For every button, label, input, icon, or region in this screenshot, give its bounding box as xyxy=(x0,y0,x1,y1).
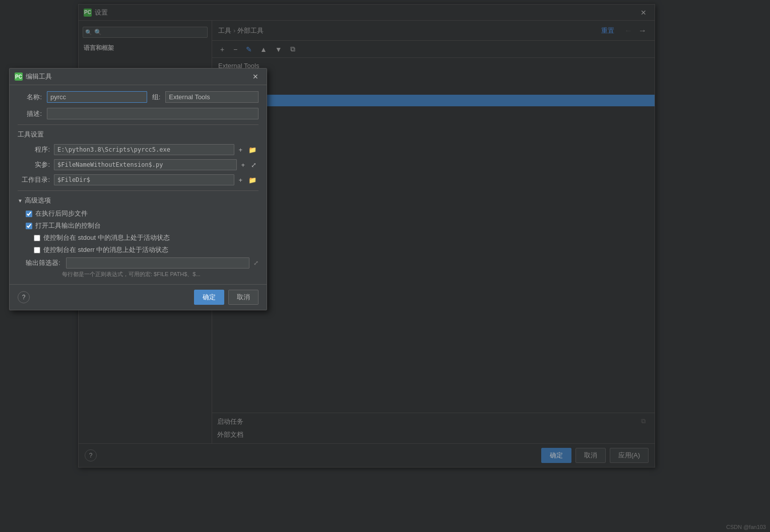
description-label: 描述: xyxy=(18,109,42,118)
program-browse-button[interactable]: 📁 xyxy=(246,145,259,155)
tool-settings-title: 工具设置 xyxy=(18,130,259,139)
dialog-close-button[interactable]: ✕ xyxy=(249,72,262,82)
workdir-input-group: + 📁 xyxy=(54,174,259,185)
description-input[interactable] xyxy=(47,108,259,119)
edit-tool-dialog: PC 编辑工具 ✕ 名称: 组: External Tools 描述: 工具设置 xyxy=(9,68,267,310)
output-filter-label: 输出筛选器: xyxy=(26,258,62,268)
group-select[interactable]: External Tools xyxy=(165,91,259,103)
workdir-row: 工作目录: + 📁 xyxy=(18,174,259,185)
checkbox-console-row: 打开工具输出的控制台 xyxy=(26,221,259,230)
workdir-input[interactable] xyxy=(54,174,234,185)
sub-checkbox-stderr-row: 使控制台在 stderr 中的消息上处于活动状态 xyxy=(34,245,259,254)
sub-checkbox-stdout-row: 使控制台在 stdout 中的消息上处于活动状态 xyxy=(34,233,259,242)
args-expand-button[interactable]: ⤢ xyxy=(249,160,259,170)
dialog-cancel-button[interactable]: 取消 xyxy=(228,290,259,305)
sync-checkbox-label: 在执行后同步文件 xyxy=(35,209,88,218)
divider-1 xyxy=(18,124,259,125)
stdout-checkbox-label: 使控制台在 stdout 中的消息上处于活动状态 xyxy=(43,233,170,242)
advanced-section: ▼ 高级选项 在执行后同步文件 打开工具输出的控制台 使控制台在 stdout … xyxy=(18,196,259,278)
name-label: 名称: xyxy=(18,93,42,102)
dialog-help-button[interactable]: ? xyxy=(18,291,30,303)
workdir-label: 工作目录: xyxy=(18,175,50,184)
dialog-title-text: 编辑工具 xyxy=(26,72,52,81)
name-group-row: 名称: 组: External Tools xyxy=(18,91,259,103)
console-checkbox[interactable] xyxy=(26,223,32,229)
args-row: 实参: + ⤢ xyxy=(18,159,259,170)
advanced-triangle-icon: ▼ xyxy=(18,198,23,204)
advanced-header[interactable]: ▼ 高级选项 xyxy=(18,196,259,205)
output-filter-row: 输出筛选器: ⤢ xyxy=(26,257,259,269)
workdir-add-macro-button[interactable]: + xyxy=(236,175,244,185)
program-input[interactable] xyxy=(54,144,234,155)
stdout-checkbox[interactable] xyxy=(34,235,40,241)
program-row: 程序: + 📁 xyxy=(18,144,259,155)
program-add-macro-button[interactable]: + xyxy=(236,145,244,155)
hint-text: 每行都是一个正则表达式，可用的宏: $FILE PATH$、$... xyxy=(62,271,259,278)
dialog-body: 名称: 组: External Tools 描述: 工具设置 程序: + 📁 xyxy=(10,85,267,284)
args-input-group: + ⤢ xyxy=(54,159,259,170)
args-input[interactable] xyxy=(54,159,237,170)
workdir-browse-button[interactable]: 📁 xyxy=(246,175,259,185)
stderr-checkbox-label: 使控制台在 stderr 中的消息上处于活动状态 xyxy=(43,245,168,254)
args-label: 实参: xyxy=(18,160,50,169)
advanced-label: 高级选项 xyxy=(25,196,51,205)
dialog-title-left: PC 编辑工具 xyxy=(15,72,52,81)
sync-checkbox[interactable] xyxy=(26,211,32,217)
program-input-group: + 📁 xyxy=(54,144,259,155)
output-filter-expand-button[interactable]: ⤢ xyxy=(253,259,259,267)
dialog-titlebar: PC 编辑工具 ✕ xyxy=(10,69,267,85)
dialog-footer: ? 确定 取消 xyxy=(10,284,267,310)
description-row: 描述: xyxy=(18,108,259,119)
group-label: 组: xyxy=(152,93,161,102)
divider-2 xyxy=(18,190,259,191)
stderr-checkbox[interactable] xyxy=(34,247,40,253)
dialog-footer-buttons: 确定 取消 xyxy=(194,290,259,305)
console-checkbox-label: 打开工具输出的控制台 xyxy=(35,221,101,230)
checkbox-sync-row: 在执行后同步文件 xyxy=(26,209,259,218)
args-add-macro-button[interactable]: + xyxy=(239,160,247,170)
dialog-confirm-button[interactable]: 确定 xyxy=(194,290,224,305)
program-label: 程序: xyxy=(18,145,50,154)
name-input[interactable] xyxy=(47,91,147,103)
output-filter-input[interactable] xyxy=(66,257,249,269)
dialog-app-icon: PC xyxy=(15,73,23,81)
